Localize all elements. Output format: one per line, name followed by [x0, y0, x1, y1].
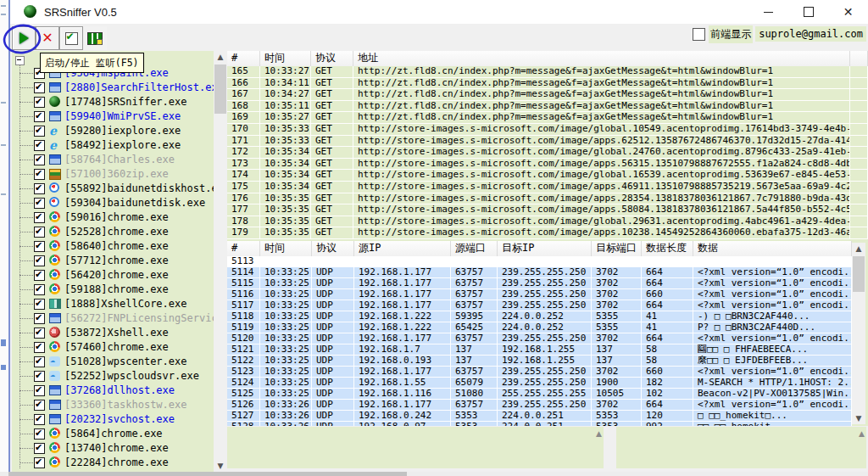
- process-label[interactable]: [52528]chrome.exe: [64, 226, 169, 238]
- table-row[interactable]: 17510:35:34GEThttp://store-images.s-micr…: [227, 182, 868, 193]
- table-row[interactable]: 16610:34:11GEThttp://zt.fld8.cn/index.ph…: [227, 78, 868, 90]
- process-label[interactable]: [57712]chrome.exe: [64, 255, 169, 266]
- process-checkbox[interactable]: [34, 227, 45, 238]
- tree-item[interactable]: [56272]FNPLicensingService: [12, 311, 214, 326]
- process-checkbox[interactable]: [34, 126, 45, 137]
- column-header[interactable]: 地址: [353, 51, 850, 66]
- horizontal-scrollbar-thumb[interactable]: [8, 472, 407, 476]
- table-row[interactable]: 511910:33:25UDP192.168.1.22265425224.0.0…: [227, 322, 852, 333]
- tree-item[interactable]: [57100]360zip.exe: [12, 167, 214, 182]
- table-row[interactable]: 17710:35:35GEThttp://store-images.s-micr…: [227, 204, 868, 216]
- process-label[interactable]: [58764]Charles.exe: [64, 154, 175, 165]
- process-label[interactable]: [20232]svchost.exe: [64, 413, 175, 425]
- process-checkbox[interactable]: [34, 428, 45, 440]
- table-row[interactable]: 512210:33:25UDP192.168.0.193137192.168.1…: [227, 356, 852, 367]
- table-row[interactable]: 512810:33:26UDP192.168.0.975353224.0.0.2…: [227, 422, 852, 426]
- column-header[interactable]: [850, 51, 868, 66]
- tree-scrollbar-thumb[interactable]: [214, 64, 226, 114]
- scroll-down-icon[interactable]: ▼: [214, 460, 227, 472]
- process-checkbox[interactable]: [34, 169, 45, 180]
- column-header[interactable]: 时间: [260, 51, 311, 66]
- process-label[interactable]: [51028]wpscenter.exe: [64, 356, 187, 367]
- process-label[interactable]: [2880]SearchFilterHost.exe: [64, 81, 214, 93]
- tree-item[interactable]: [59016]chrome.exe: [12, 210, 214, 225]
- table-row[interactable]: 511510:33:25UDP192.168.1.17763757239.255…: [227, 278, 852, 289]
- process-label[interactable]: [56420]chrome.exe: [64, 269, 169, 281]
- process-checkbox[interactable]: [34, 328, 45, 339]
- table-row[interactable]: 16810:35:11GEThttp://zt.fld8.cn/index.ph…: [227, 101, 868, 113]
- process-checkbox[interactable]: [34, 140, 45, 151]
- process-checkbox[interactable]: [34, 342, 45, 353]
- tree-scrollbar[interactable]: ▲ ▼: [214, 51, 227, 472]
- table-row[interactable]: 511810:33:25UDP192.168.1.22259395224.0.0…: [227, 311, 852, 322]
- table-row[interactable]: 511410:33:25UDP192.168.1.17763757239.255…: [227, 267, 852, 278]
- tree-item[interactable]: [2880]SearchFilterHost.exe: [12, 81, 214, 95]
- column-header[interactable]: 协议: [312, 241, 354, 256]
- tree-item[interactable]: [53872]Xshell.exe: [12, 326, 214, 340]
- close-button[interactable]: ✕: [828, 0, 868, 24]
- tree-item[interactable]: [13740]chrome.exe: [12, 441, 214, 456]
- front-display-checkbox[interactable]: [693, 28, 705, 41]
- process-checkbox[interactable]: [34, 299, 45, 310]
- tree-item[interactable]: [59304]baidunetdisk.exe: [12, 196, 214, 210]
- tree-item[interactable]: [58764]Charles.exe: [12, 153, 214, 167]
- process-checkbox[interactable]: [34, 371, 45, 382]
- scroll-up-icon[interactable]: ▲: [214, 51, 227, 63]
- column-header[interactable]: 协议: [311, 51, 353, 66]
- tree-item[interactable]: [51028]wpscenter.exe: [12, 355, 214, 369]
- table-row[interactable]: 16910:35:27GEThttp://zt.fld8.cn/index.ph…: [227, 112, 868, 124]
- minimize-button[interactable]: [748, 0, 788, 24]
- process-label[interactable]: [37268]dllhost.exe: [64, 384, 175, 396]
- titlebar[interactable]: SRSniffer V0.5 ✕: [10, 0, 868, 24]
- process-checkbox[interactable]: [34, 198, 45, 209]
- process-checkbox[interactable]: [34, 212, 45, 223]
- select-all-button[interactable]: [59, 26, 83, 50]
- process-checkbox[interactable]: [34, 457, 45, 468]
- table-row[interactable]: 511610:33:25UDP192.168.1.17763757239.255…: [227, 289, 852, 300]
- process-label[interactable]: [52252]wpscloudsvr.exe: [64, 370, 199, 382]
- process-checkbox[interactable]: [34, 414, 45, 425]
- column-header[interactable]: 数据长度: [642, 241, 693, 256]
- horizontal-scrollbar[interactable]: [0, 472, 868, 476]
- process-label[interactable]: [58492]iexplore.exe: [64, 139, 181, 151]
- process-checkbox[interactable]: [34, 356, 45, 367]
- process-checkbox[interactable]: [34, 82, 45, 93]
- column-header[interactable]: 源端口: [451, 241, 498, 256]
- process-checkbox[interactable]: [34, 385, 45, 396]
- clear-button[interactable]: ✕: [36, 26, 59, 50]
- process-checkbox[interactable]: [34, 284, 45, 295]
- column-header[interactable]: #: [227, 51, 260, 66]
- table-row[interactable]: 17310:35:34GEThttp://store-images.s-micr…: [227, 159, 868, 171]
- table-row[interactable]: 17110:35:33GEThttp://store-images.s-micr…: [227, 136, 868, 148]
- tree-item[interactable]: [52252]wpscloudsvr.exe: [12, 369, 214, 384]
- tree-item[interactable]: [56420]chrome.exe: [12, 268, 214, 283]
- tree-item[interactable]: [59940]WmiPrvSE.exe: [12, 109, 214, 124]
- process-label[interactable]: [55892]baidunetdiskhost.exe: [64, 182, 214, 194]
- table-row[interactable]: 16710:34:27GEThttp://zt.fld8.cn/index.ph…: [227, 89, 868, 101]
- table-row[interactable]: 512410:33:25UDP192.168.1.5565079239.255.…: [227, 378, 852, 389]
- table-row[interactable]: 17410:35:34GEThttp://store-images.s-micr…: [227, 170, 868, 182]
- process-label[interactable]: [53872]Xshell.exe: [64, 327, 169, 339]
- table-row[interactable]: 512710:33:26UDP192.168.0.2425353224.0.0.…: [227, 411, 852, 422]
- packet-scrollbar[interactable]: ▲ ▼: [852, 243, 865, 424]
- process-label[interactable]: [59280]iexplore.exe: [64, 125, 181, 137]
- process-checkbox[interactable]: [34, 97, 45, 108]
- tree-item[interactable]: [1888]XshellCore.exe: [12, 297, 214, 311]
- packet-scrollbar-thumb[interactable]: [853, 256, 865, 292]
- table-row[interactable]: 17010:35:33GEThttp://store-images.s-micr…: [227, 124, 868, 136]
- process-checkbox[interactable]: [34, 183, 45, 194]
- maximize-button[interactable]: [788, 0, 828, 24]
- tree-item[interactable]: [52528]chrome.exe: [12, 225, 214, 239]
- process-label[interactable]: [58640]chrome.exe: [64, 240, 169, 252]
- tree-item[interactable]: [5864]chrome.exe: [12, 427, 214, 441]
- process-label[interactable]: [17748]SRSniffer.exe: [64, 96, 187, 108]
- tree-item[interactable]: [58492]iexplore.exe: [12, 138, 214, 153]
- table-row[interactable]: 17610:35:35GEThttp://store-images.s-micr…: [227, 193, 868, 205]
- tree-item[interactable]: [22284]chrome.exe: [12, 456, 214, 470]
- process-label[interactable]: [59940]WmiPrvSE.exe: [64, 110, 181, 122]
- process-label[interactable]: [33360]taskhostw.exe: [64, 399, 187, 411]
- process-label[interactable]: [57100]360zip.exe: [64, 168, 169, 180]
- table-row[interactable]: 16510:33:27GEThttp://zt.fld8.cn/index.ph…: [227, 66, 868, 78]
- process-label[interactable]: [56272]FNPLicensingService: [64, 312, 214, 324]
- scroll-up-icon[interactable]: ▲: [852, 243, 865, 255]
